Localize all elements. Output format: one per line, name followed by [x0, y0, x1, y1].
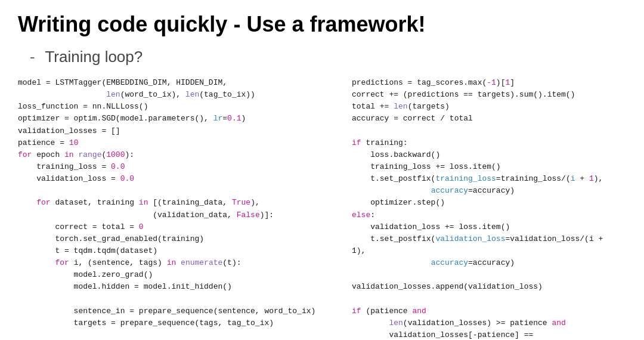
code-line: correct = total = 0	[18, 221, 346, 233]
code-line: for i, (sentence, tags) in enumerate(t):	[18, 257, 346, 269]
code-container: model = LSTMTagger(EMBEDDING_DIM, HIDDEN…	[18, 77, 626, 340]
code-line: model.hidden = model.init_hidden()	[18, 281, 346, 293]
code-line: accuracy=accuracy)	[352, 185, 626, 197]
code-left: model = LSTMTagger(EMBEDDING_DIM, HIDDEN…	[18, 77, 352, 340]
code-line: t.set_postfix(training_loss=training_los…	[352, 173, 626, 185]
subtitle: - Training loop?	[18, 48, 626, 66]
code-line: len(word_to_ix), len(tag_to_ix))	[18, 89, 346, 101]
code-line: accuracy = correct / total	[352, 113, 626, 125]
code-line: correct += (predictions == targets).sum(…	[352, 89, 626, 101]
code-right: predictions = tag_scores.max(-1)[1] corr…	[352, 77, 626, 340]
code-line: training_loss = 0.0	[18, 161, 346, 173]
page-title: Writing code quickly - Use a framework!	[18, 12, 626, 37]
code-line: validation_loss += loss.item()	[352, 221, 626, 233]
code-line: model = LSTMTagger(EMBEDDING_DIM, HIDDEN…	[18, 77, 346, 89]
code-line: optimizer.step()	[352, 197, 626, 209]
code-line: for dataset, training in [(training_data…	[18, 197, 346, 209]
code-line	[18, 329, 346, 340]
code-line: validation_losses.append(validation_loss…	[352, 281, 626, 293]
code-line: validation_loss = 0.0	[18, 173, 346, 185]
code-line: validation_losses[-patience] ==	[352, 329, 626, 340]
code-line: torch.set_grad_enabled(training)	[18, 233, 346, 245]
code-line: sentence_in = prepare_sequence(sentence,…	[18, 305, 346, 317]
code-line: accuracy=accuracy)	[352, 257, 626, 269]
code-line	[352, 125, 626, 137]
code-line: 1),	[352, 245, 626, 257]
code-line: (validation_data, False)]:	[18, 209, 346, 221]
code-line	[352, 269, 626, 281]
code-line: else:	[352, 209, 626, 221]
code-line	[18, 185, 346, 197]
code-line: t = tqdm.tqdm(dataset)	[18, 245, 346, 257]
code-line: targets = prepare_sequence(tags, tag_to_…	[18, 317, 346, 329]
code-line: for epoch in range(1000):	[18, 149, 346, 161]
code-line: if (patience and	[352, 305, 626, 317]
code-line: validation_losses = []	[18, 125, 346, 137]
code-line: t.set_postfix(validation_loss=validation…	[352, 233, 626, 245]
code-line	[18, 293, 346, 305]
code-line	[352, 293, 626, 305]
code-line: if training:	[352, 137, 626, 149]
code-line: predictions = tag_scores.max(-1)[1]	[352, 77, 626, 89]
code-line: total += len(targets)	[352, 101, 626, 113]
code-line: optimizer = optim.SGD(model.parameters()…	[18, 113, 346, 125]
code-line: model.zero_grad()	[18, 269, 346, 281]
code-line: len(validation_losses) >= patience and	[352, 317, 626, 329]
code-line: loss_function = nn.NLLLoss()	[18, 101, 346, 113]
code-line: loss.backward()	[352, 149, 626, 161]
code-line: training_loss += loss.item()	[352, 161, 626, 173]
subtitle-text: Training loop?	[45, 48, 143, 66]
code-line: patience = 10	[18, 137, 346, 149]
page-container: Writing code quickly - Use a framework! …	[0, 0, 644, 340]
dash: -	[30, 48, 35, 66]
